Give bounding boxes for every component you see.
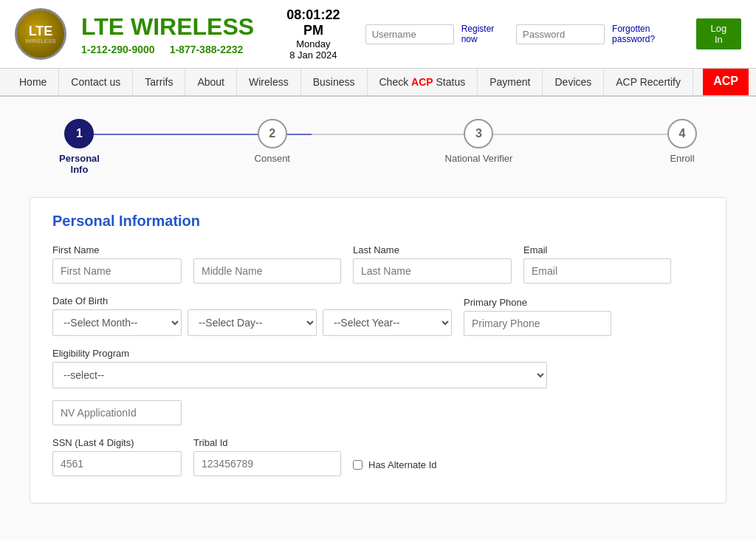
auth-block: Register now Forgotten password? Log In	[365, 18, 741, 49]
step-4: 4 Enroll	[667, 119, 697, 164]
brand-block: LTE WIRELESS 1-212-290-9000 1-877-388-22…	[81, 13, 254, 55]
eligibility-group: Eligibility Program --select--	[52, 348, 704, 388]
login-button[interactable]: Log In	[696, 18, 741, 49]
email-group: Email	[523, 244, 671, 284]
email-label: Email	[523, 244, 671, 255]
primary-phone-input[interactable]	[464, 311, 611, 336]
brand-phones: 1-212-290-9000 1-877-388-2232	[81, 44, 254, 55]
dob-month-select[interactable]: --Select Month--	[52, 309, 182, 336]
step-2-label: Consent	[255, 153, 290, 164]
nav-about[interactable]: About	[185, 69, 237, 95]
logo: LTE WIRELESS	[15, 8, 66, 60]
nav-tarrifs[interactable]: Tarrifs	[133, 69, 185, 95]
time-date: 8 Jan 2024	[276, 49, 351, 61]
acp-red-text: ACP	[411, 76, 433, 88]
eligibility-select[interactable]: --select--	[52, 362, 547, 388]
step-1-label: PersonalInfo	[59, 153, 100, 175]
nav-check-acp[interactable]: Check ACP Status	[368, 69, 478, 95]
middle-name-label	[193, 244, 341, 255]
nav-acp-recertify[interactable]: ACP Recertify	[604, 69, 693, 95]
brand-name: LTE WIRELESS	[81, 13, 254, 41]
step-3-label: National Verifier	[445, 153, 513, 164]
form-row-ssn: SSN (Last 4 Digits) Tribal Id Has Altern…	[52, 437, 704, 476]
brand-phone2: 1-877-388-2232	[170, 44, 244, 55]
last-name-label: Last Name	[353, 244, 512, 255]
middle-name-input[interactable]	[193, 258, 341, 284]
ssn-label: SSN (Last 4 Digits)	[52, 437, 182, 448]
tribal-label: Tribal Id	[193, 437, 341, 448]
nav-contact[interactable]: Contact us	[59, 69, 133, 95]
password-input[interactable]	[516, 24, 605, 44]
eligibility-row: Eligibility Program --select--	[52, 348, 704, 388]
nv-row	[52, 400, 704, 425]
step-3-circle: 3	[464, 119, 493, 148]
nav-devices[interactable]: Devices	[543, 69, 604, 95]
step-2: 2 Consent	[255, 119, 290, 164]
time-value: 08:01:22 PM	[276, 7, 351, 38]
logo-wireless-sub: WIRELESS	[25, 38, 55, 44]
dob-group: Date Of Birth --Select Month-- --Select …	[52, 295, 452, 336]
email-input[interactable]	[523, 258, 671, 284]
form-card: Personal Information First Name Last Nam…	[30, 197, 726, 504]
dob-year-select[interactable]: --Select Year--	[323, 309, 452, 336]
middle-name-group	[193, 244, 341, 284]
form-section-title: Personal Information	[52, 213, 704, 230]
ssn-group: SSN (Last 4 Digits)	[52, 437, 182, 476]
alternate-id-checkbox[interactable]	[353, 460, 362, 470]
step-2-circle: 2	[258, 119, 287, 148]
dob-day-select[interactable]: --Select Day--	[188, 309, 317, 336]
tribal-group: Tribal Id	[193, 437, 341, 476]
first-name-group: First Name	[52, 244, 182, 284]
step-4-circle: 4	[667, 119, 697, 148]
nav: Home Contact us Tarrifs About Wireless B…	[0, 69, 756, 97]
step-3: 3 National Verifier	[445, 119, 513, 164]
alternate-id-group: Has Alternate Id	[353, 459, 437, 476]
tribal-input[interactable]	[193, 451, 341, 476]
form-row-name: First Name Last Name Email	[52, 244, 704, 284]
alternate-id-label: Has Alternate Id	[368, 459, 437, 470]
auth-links2: Forgotten password?	[612, 24, 689, 44]
auth-links: Register now	[461, 24, 509, 44]
primary-phone-group: Primary Phone	[464, 297, 611, 336]
nav-acp-badge[interactable]: ACP	[703, 69, 749, 95]
first-name-label: First Name	[52, 244, 182, 255]
main-content: 1 PersonalInfo 2 Consent 3 National Veri…	[0, 97, 756, 540]
ssn-input[interactable]	[52, 451, 182, 476]
username-input[interactable]	[365, 24, 454, 44]
dob-label: Date Of Birth	[52, 295, 452, 306]
last-name-input[interactable]	[353, 258, 512, 284]
step-1: 1 PersonalInfo	[59, 119, 100, 175]
nv-application-input[interactable]	[52, 400, 182, 425]
step-4-label: Enroll	[670, 153, 694, 164]
register-link[interactable]: Register now	[461, 24, 509, 44]
form-row-dob: Date Of Birth --Select Month-- --Select …	[52, 295, 704, 336]
nav-business[interactable]: Business	[301, 69, 368, 95]
forgot-link[interactable]: Forgotten password?	[612, 24, 689, 44]
first-name-input[interactable]	[52, 258, 182, 284]
step-1-circle: 1	[64, 119, 94, 148]
nav-wireless[interactable]: Wireless	[237, 69, 301, 95]
brand-phone1: 1-212-290-9000	[81, 44, 155, 55]
time-day: Monday	[276, 38, 351, 49]
primary-phone-label: Primary Phone	[464, 297, 611, 308]
nav-payment[interactable]: Payment	[478, 69, 543, 95]
nav-home[interactable]: Home	[7, 69, 59, 95]
logo-lte: LTE	[29, 24, 53, 38]
last-name-group: Last Name	[353, 244, 512, 284]
eligibility-label: Eligibility Program	[52, 348, 704, 359]
stepper: 1 PersonalInfo 2 Consent 3 National Veri…	[30, 119, 726, 175]
header: LTE WIRELESS LTE WIRELESS 1-212-290-9000…	[0, 0, 756, 69]
time-block: 08:01:22 PM Monday 8 Jan 2024	[276, 7, 351, 61]
